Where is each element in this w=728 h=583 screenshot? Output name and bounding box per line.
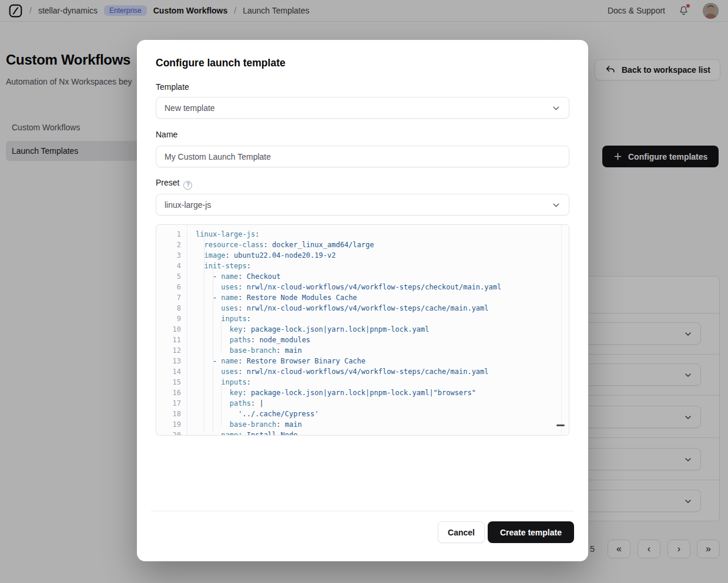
line-number: 3: [156, 250, 181, 261]
line-number: 13: [156, 356, 181, 366]
code-line: paths: |: [196, 398, 569, 409]
modal-title: Configure launch template: [156, 57, 286, 69]
line-number: 14: [156, 366, 181, 377]
line-number: 7: [156, 292, 181, 303]
editor-line-numbers: 1234567891011121314151617181920: [156, 225, 187, 435]
editor-scrollbar-thumb[interactable]: [556, 424, 565, 426]
yaml-code-editor[interactable]: 1234567891011121314151617181920 linux-la…: [156, 224, 569, 436]
create-template-button[interactable]: Create template: [488, 521, 574, 543]
chevron-down-icon: [551, 200, 561, 210]
code-line: linux-large-js:: [196, 229, 569, 240]
line-number: 17: [156, 398, 181, 409]
line-number: 8: [156, 303, 181, 314]
template-select-value: New template: [165, 103, 215, 113]
code-line: uses: nrwl/nx-cloud-workflows/v4/workflo…: [196, 366, 569, 377]
code-line: base-branch: main: [196, 419, 569, 430]
template-select[interactable]: New template: [156, 97, 569, 119]
line-number: 5: [156, 271, 181, 282]
configure-launch-template-modal: Configure launch template Template New t…: [137, 40, 588, 561]
line-number: 4: [156, 261, 181, 271]
modal-footer-divider: [151, 511, 574, 511]
indent-guide: [221, 383, 222, 426]
code-line: - name: Restore Browser Binary Cache: [196, 356, 569, 366]
indent-guide: [204, 235, 204, 432]
help-icon[interactable]: ?: [183, 181, 192, 190]
code-line: uses: nrwl/nx-cloud-workflows/v4/workflo…: [196, 282, 569, 292]
code-line: - name: Checkout: [196, 271, 569, 282]
template-label: Template: [156, 82, 189, 92]
code-line: key: package-lock.json|yarn.lock|pnpm-lo…: [196, 324, 569, 335]
indent-guide: [213, 267, 213, 432]
line-number: 10: [156, 324, 181, 335]
line-number: 9: [156, 314, 181, 324]
app-window: / stellar-dynamics Enterprise Custom Wor…: [0, 0, 728, 583]
indent-guide: [221, 320, 222, 352]
code-line: '../.cache/Cypress': [196, 409, 569, 419]
preset-label-text: Preset: [156, 178, 179, 187]
line-number: 20: [156, 430, 181, 436]
line-number: 18: [156, 409, 181, 419]
chevron-down-icon: [551, 103, 561, 113]
code-line: - name: Restore Node Modules Cache: [196, 292, 569, 303]
code-line: resource-class: docker_linux_amd64/large: [196, 240, 569, 250]
preset-select[interactable]: linux-large-js: [156, 194, 569, 215]
code-line: image: ubuntu22.04-node20.19-v2: [196, 250, 569, 261]
preset-label: Preset?: [156, 178, 192, 190]
line-number: 12: [156, 345, 181, 356]
code-line: inputs:: [196, 377, 569, 387]
code-line: paths: node_modules: [196, 335, 569, 345]
preset-select-value: linux-large-js: [165, 200, 211, 210]
line-number: 16: [156, 387, 181, 398]
editor-code-area[interactable]: linux-large-js: resource-class: docker_l…: [187, 225, 569, 435]
editor-scrollbar-track: [561, 225, 562, 434]
name-label: Name: [156, 130, 177, 139]
line-number: 6: [156, 282, 181, 292]
cancel-button[interactable]: Cancel: [438, 521, 485, 543]
line-number: 1: [156, 229, 181, 240]
line-number: 19: [156, 419, 181, 430]
code-line: key: package-lock.json|yarn.lock|pnpm-lo…: [196, 387, 569, 398]
line-number: 15: [156, 377, 181, 387]
name-input[interactable]: [156, 146, 569, 167]
code-line: base-branch: main: [196, 345, 569, 356]
code-line: - name: Install Node: [196, 430, 569, 435]
line-number: 2: [156, 240, 181, 250]
code-line: inputs:: [196, 314, 569, 324]
line-number: 11: [156, 335, 181, 345]
code-line: uses: nrwl/nx-cloud-workflows/v4/workflo…: [196, 303, 569, 314]
code-line: init-steps:: [196, 261, 569, 271]
